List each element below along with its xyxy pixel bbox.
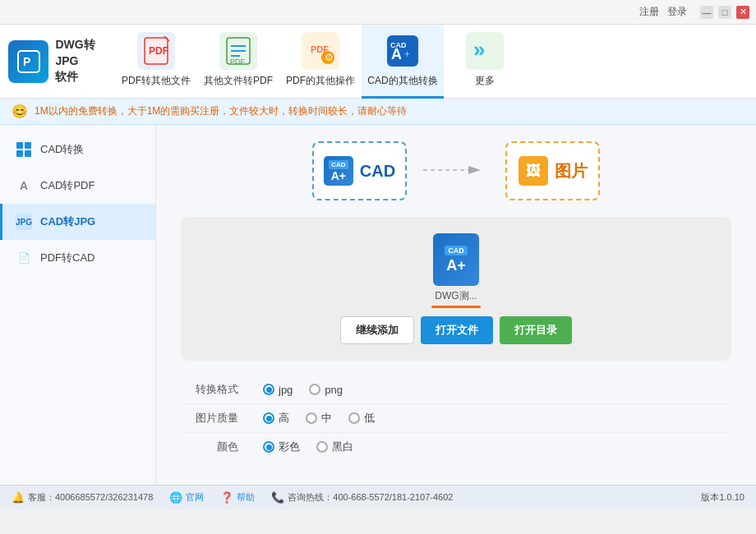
file-name-label: DWG测... [435,289,477,303]
svg-rect-21 [16,142,23,149]
file-main-label: A+ [446,257,466,274]
sidebar-item-cad-convert[interactable]: CAD转换 [0,131,155,168]
close-button[interactable]: ✕ [736,6,749,19]
svg-marker-26 [468,166,481,174]
version-text: 版本1.0.10 [701,492,744,502]
quality-mid-option[interactable]: 中 [306,411,332,426]
quality-mid-radio[interactable] [306,412,317,424]
img-to-icon: 🖼 [519,156,548,186]
svg-rect-22 [25,142,31,149]
footer: 🔔 客服：4006685572/326231478 🌐 官网 ❓ 帮助 📞 咨询… [0,485,756,509]
footer-official[interactable]: 🌐 官网 [169,491,204,504]
format-jpg-option[interactable]: jpg [263,384,293,396]
color-radio-group: 彩色 黑白 [263,440,353,454]
format-png-radio[interactable] [309,384,320,395]
svg-text:PDF: PDF [230,58,246,66]
open-file-button[interactable]: 打开文件 [421,316,493,344]
other-to-pdf-icon: PDF [219,32,257,70]
format-png-label: png [325,384,343,396]
conv-to-box: 🖼 图片 [505,141,600,200]
file-drop-area[interactable]: CAD A+ DWG测... 继续添加 打开文件 打开目录 [181,217,731,361]
footer-service: 🔔 客服：4006685572/326231478 [12,491,153,504]
quality-radio-group: 高 中 低 [263,411,375,426]
options-section: 转换格式 jpg png 图片质量 [181,375,731,461]
official-icon: 🌐 [169,491,182,504]
svg-text:⚙: ⚙ [325,52,334,63]
sidebar-item-cad-to-pdf[interactable]: A CAD转PDF [0,168,155,204]
window-controls: — □ ✕ [700,6,749,19]
logo-area: P DWG转JPG软件 [8,37,115,85]
toolbar-label-pdf-to-other: PDF转其他文件 [122,74,191,88]
help-text[interactable]: 帮助 [237,491,255,504]
footer-hotline: 📞 咨询热线：400-668-5572/181-2107-4602 [271,491,453,504]
format-png-option[interactable]: png [309,384,343,396]
pdf-to-other-icon: PDF [137,32,175,70]
toolbar-item-cad-convert[interactable]: CAD A + CAD的其他转换 [362,25,444,99]
help-icon: ❓ [220,491,233,504]
login-link[interactable]: 登录 [667,5,687,19]
toolbar-item-other-to-pdf[interactable]: PDF 其他文件转PDF [197,25,279,99]
toolbar-item-pdf-to-other[interactable]: PDF PDF转其他文件 [115,25,197,99]
color-bw-label: 黑白 [332,440,353,454]
service-text: 客服：4006685572/326231478 [28,491,153,504]
color-color-label: 彩色 [279,440,300,454]
conv-arrow [423,158,489,184]
cad-to-pdf-sidebar-icon: A [16,177,32,194]
open-dir-button[interactable]: 打开目录 [500,316,572,344]
sidebar-item-cad-to-jpg[interactable]: JPG CAD转JPG [0,204,155,240]
toolbar-label-other-to-pdf: 其他文件转PDF [204,74,273,88]
svg-text:+: + [404,48,410,60]
toolbar-item-pdf-ops[interactable]: PDF ⚙ PDF的其他操作 [279,25,362,99]
cad-convert-icon: CAD A + [384,32,422,70]
footer-help[interactable]: ❓ 帮助 [220,491,255,504]
more-icon: » [466,32,504,70]
quality-high-option[interactable]: 高 [263,411,289,426]
notification-bar: 😊 1M以内的免费转换，大于1M的需购买注册，文件较大时，转换时间较长，请耐心等… [0,99,756,125]
format-radio-group: jpg png [263,384,343,396]
color-label: 颜色 [181,440,238,454]
format-jpg-label: jpg [279,384,293,396]
logo-icon: P [8,40,48,83]
pdf-ops-icon: PDF ⚙ [302,32,339,70]
maximize-button[interactable]: □ [718,6,731,19]
quality-high-radio[interactable] [263,412,274,424]
quality-low-option[interactable]: 低 [348,411,375,426]
title-bar-links: 注册 登录 [639,5,687,19]
quality-option-row: 图片质量 高 中 低 [181,404,731,433]
color-bw-option[interactable]: 黑白 [316,440,353,454]
file-thumbnail: CAD A+ DWG测... [431,233,481,308]
format-label: 转换格式 [181,382,238,397]
svg-text:PDF: PDF [149,45,168,57]
file-actions: 继续添加 打开文件 打开目录 [340,316,572,344]
quality-low-radio[interactable] [348,412,360,424]
register-link[interactable]: 注册 [639,5,659,19]
format-option-row: 转换格式 jpg png [181,375,731,404]
main-layout: CAD转换 A CAD转PDF JPG CAD转JPG 📄 PDF转CAD CA… [0,125,756,485]
official-text[interactable]: 官网 [186,491,204,504]
pdf-to-cad-sidebar-icon: 📄 [16,250,32,266]
minimize-button[interactable]: — [700,6,713,19]
cad-convert-sidebar-icon [16,141,32,158]
phone-icon: 📞 [271,491,284,504]
toolbar-item-more[interactable]: » 更多 [444,25,526,99]
toolbar-label-cad-convert: CAD的其他转换 [367,74,437,88]
toolbar-items: PDF PDF转其他文件 PDF 其他文件转PDF [115,25,748,99]
toolbar: P DWG转JPG软件 PDF PDF转其他文件 [0,25,756,99]
quality-high-label: 高 [279,411,289,426]
color-bw-radio[interactable] [316,441,328,453]
svg-text:A: A [391,46,402,62]
quality-low-label: 低 [364,411,375,426]
sidebar-item-pdf-to-cad[interactable]: 📄 PDF转CAD [0,240,155,276]
color-color-radio[interactable] [263,441,274,453]
file-top-label: CAD [445,246,468,255]
file-progress-bar [431,306,481,308]
conv-from-box: CAD A+ CAD [312,141,407,200]
notif-emoji: 😊 [12,104,28,119]
color-color-option[interactable]: 彩色 [263,440,300,454]
add-more-button[interactable]: 继续添加 [340,316,414,344]
footer-version: 版本1.0.10 [701,491,744,504]
logo-text: DWG转JPG软件 [55,37,115,85]
svg-rect-23 [16,150,23,157]
format-jpg-radio[interactable] [263,384,274,395]
sidebar: CAD转换 A CAD转PDF JPG CAD转JPG 📄 PDF转CAD [0,125,156,485]
